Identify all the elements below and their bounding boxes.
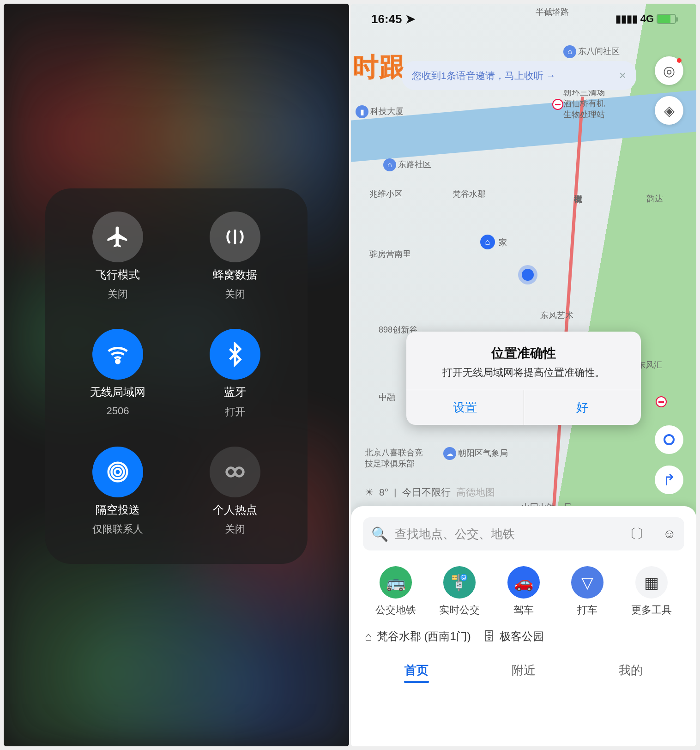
airdrop-toggle[interactable]: 隔空投送 仅限联系人 <box>59 447 176 536</box>
dialog-ok-button[interactable]: 好 <box>524 390 641 425</box>
bluetooth-icon <box>210 329 260 380</box>
poi-label: 驼房营南里 <box>369 248 411 260</box>
svg-point-3 <box>112 466 124 478</box>
airplane-label: 飞行模式 <box>96 269 140 281</box>
hotspot-label: 个人热点 <box>213 504 257 516</box>
traffic-restriction: 今日不限行 <box>402 486 451 499</box>
cellular-data-toggle[interactable]: 蜂窝数据 关闭 <box>176 212 294 301</box>
svg-point-5 <box>227 468 235 476</box>
airdrop-label: 隔空投送 <box>96 504 140 516</box>
sun-icon: ☀ <box>365 487 374 498</box>
home-icon: ⌂ <box>365 629 372 644</box>
search-placeholder: 查找地点、公交、地铁 <box>395 526 611 542</box>
user-location-marker <box>522 269 534 281</box>
work-icon: 🗄 <box>483 629 495 644</box>
poi-label: 韵达 <box>646 193 663 204</box>
wifi-label: 无线局域网 <box>90 386 145 398</box>
status-bar: 16:45 ➤ ▮▮▮▮ 4G <box>351 7 696 30</box>
airdrop-status: 仅限联系人 <box>92 522 143 536</box>
poi-label: 中融 <box>379 392 395 403</box>
network-label: 4G <box>640 13 654 25</box>
layers-fab[interactable]: ◈ <box>655 96 683 125</box>
map-provider-label: 高德地图 <box>456 486 495 499</box>
wifi-toggle[interactable]: 无线局域网 2506 <box>59 329 176 418</box>
tab-mine[interactable]: 我的 <box>577 655 684 684</box>
navigate-button[interactable]: ↱ <box>655 466 683 494</box>
svg-point-1 <box>116 360 119 363</box>
more-icon: ▦ <box>635 566 668 599</box>
shortcut-drive[interactable]: 🚗 驾车 <box>494 566 554 617</box>
poi-label: ⌂东路社区 <box>383 158 431 171</box>
poi-label: ▮科技大厦 <box>356 105 404 118</box>
scan-icon[interactable]: 〔〕 <box>624 525 650 543</box>
no-entry-icon <box>552 99 563 110</box>
poi-label: 东风汇 <box>637 359 662 370</box>
bottom-sheet: 🔍 查找地点、公交、地铁 〔〕 ☺ 🚌 公交地铁 🚏 实时公交 🚗 驾车 ▽ 打… <box>351 506 696 746</box>
livebus-icon: 🚏 <box>443 566 476 599</box>
location-accuracy-dialog: 位置准确性 打开无线局域网将提高位置准确性。 设置 好 <box>406 332 641 425</box>
bluetooth-toggle[interactable]: 蓝牙 打开 <box>176 329 294 418</box>
shortcut-livebus[interactable]: 🚏 实时公交 <box>430 566 490 617</box>
poi-home-label: 家 <box>499 237 507 248</box>
message-fab[interactable]: ◎ <box>655 56 683 85</box>
ride-icon: ▽ <box>571 566 603 599</box>
poi-label: ⌂东八间社区 <box>563 45 620 58</box>
shortcut-row: 🚌 公交地铁 🚏 实时公交 🚗 驾车 ▽ 打车 ▦ 更多工具 <box>366 566 682 617</box>
shortcut-transit[interactable]: 🚌 公交地铁 <box>366 566 426 617</box>
search-icon: 🔍 <box>371 526 388 542</box>
signal-icon: ▮▮▮▮ <box>616 13 638 25</box>
shortcut-ride[interactable]: ▽ 打车 <box>558 566 618 617</box>
close-icon[interactable]: × <box>619 68 626 83</box>
assistant-icon[interactable]: ☺ <box>663 526 676 541</box>
tab-nearby[interactable]: 附近 <box>470 655 577 684</box>
dialog-settings-button[interactable]: 设置 <box>406 390 524 425</box>
weather-strip[interactable]: ☀ 8° | 今日不限行 高德地图 <box>365 486 495 499</box>
airplane-status: 关闭 <box>108 287 128 301</box>
dialog-title: 位置准确性 <box>418 345 629 362</box>
map-app-screen: 半截塔路 ⌂东八间社区 朝环三清场 酒仙桥有机 生物处理站 ▮科技大厦 ⌂东路社… <box>351 4 696 746</box>
app-brand-ghost: 时跟 <box>353 50 406 85</box>
status-right: ▮▮▮▮ 4G <box>616 13 676 25</box>
hotspot-icon <box>210 447 260 497</box>
airplane-mode-toggle[interactable]: 飞行模式 关闭 <box>59 212 176 301</box>
location-arrow-icon: ➤ <box>405 12 416 26</box>
cellular-label: 蜂窝数据 <box>213 269 257 281</box>
navigate-icon: ↱ <box>663 471 676 489</box>
search-bar[interactable]: 🔍 查找地点、公交、地铁 〔〕 ☺ <box>363 517 684 550</box>
no-entry-icon <box>656 396 667 407</box>
hotspot-status: 关闭 <box>225 522 245 536</box>
cellular-status: 关闭 <box>225 287 245 301</box>
locate-icon <box>664 434 675 445</box>
car-icon: 🚗 <box>507 566 540 599</box>
battery-icon <box>657 14 676 24</box>
locate-button[interactable] <box>655 425 683 454</box>
temperature: 8° <box>379 487 388 498</box>
notification-banner[interactable]: 您收到1条语音邀请，马上收听 × <box>402 61 636 90</box>
dialog-message: 打开无线局域网将提高位置准确性。 <box>418 366 629 380</box>
poi-label: 兆维小区 <box>369 188 403 200</box>
poi-label: 东风艺术 <box>540 310 573 321</box>
destination-chip[interactable]: ⌂ 梵谷水郡 (西南1门) <box>365 629 471 644</box>
svg-point-6 <box>235 468 243 476</box>
cellular-icon <box>210 212 260 262</box>
hotspot-toggle[interactable]: 个人热点 关闭 <box>176 447 294 536</box>
shortcut-more[interactable]: ▦ 更多工具 <box>622 566 682 617</box>
layers-icon: ◈ <box>664 103 675 119</box>
bottom-tabs: 首页 附近 我的 <box>363 655 684 684</box>
quick-destinations: ⌂ 梵谷水郡 (西南1门) 🗄 极客公园 <box>365 629 682 644</box>
bus-icon: 🚌 <box>380 566 412 599</box>
banner-text: 您收到1条语音邀请，马上收听 <box>412 69 556 82</box>
status-time: 16:45 ➤ <box>371 12 416 26</box>
wifi-status: 2506 <box>107 405 129 417</box>
airplane-icon <box>92 212 143 262</box>
home-pin-icon[interactable]: ⌂ <box>480 235 495 249</box>
tab-home[interactable]: 首页 <box>363 655 470 684</box>
poi-label: 朝环三清场 酒仙桥有机 生物处理站 <box>563 87 605 120</box>
poi-label: 梵谷水郡 <box>453 188 486 200</box>
bluetooth-label: 蓝牙 <box>224 386 246 398</box>
bluetooth-status: 打开 <box>225 405 245 419</box>
destination-chip[interactable]: 🗄 极客公园 <box>483 629 544 644</box>
airdrop-icon <box>92 447 143 497</box>
control-center-screen: 飞行模式 关闭 蜂窝数据 关闭 无线局域网 2506 蓝牙 打开 <box>4 4 349 746</box>
wifi-icon <box>92 329 143 380</box>
